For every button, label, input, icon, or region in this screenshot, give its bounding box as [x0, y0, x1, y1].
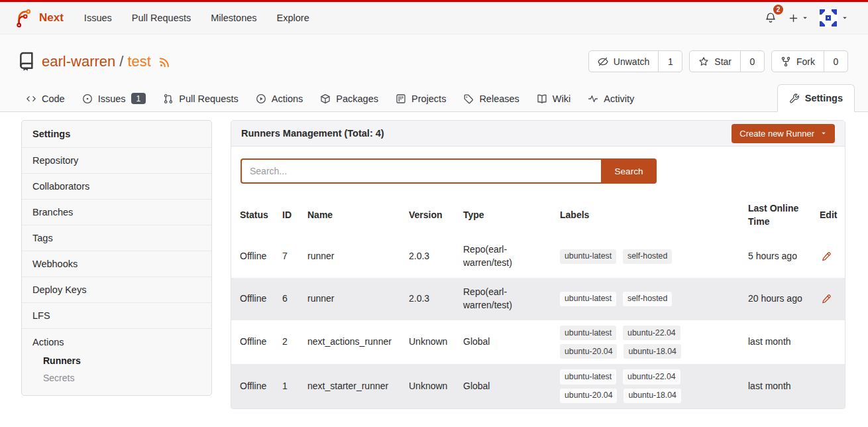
- tab-wiki[interactable]: Wiki: [528, 86, 579, 111]
- fork-button[interactable]: Fork: [772, 51, 824, 72]
- tab-code[interactable]: Code: [17, 86, 74, 111]
- nav-item-pull-requests[interactable]: Pull Requests: [122, 7, 201, 29]
- tab-actions[interactable]: Actions: [247, 86, 312, 111]
- runner-last-online: 20 hours ago: [739, 278, 811, 320]
- issues-icon: [82, 93, 93, 104]
- sidebar-item-runners[interactable]: Runners: [22, 352, 211, 369]
- runner-labels: ubuntu-latestself-hosted: [551, 278, 739, 320]
- tab-label: Pull Requests: [179, 93, 238, 104]
- fork-label: Fork: [796, 56, 815, 67]
- column-header-id: ID: [274, 196, 299, 235]
- runner-status: Offline: [231, 235, 274, 278]
- label-chip: self-hosted: [623, 249, 672, 264]
- tab-label: Wiki: [553, 93, 570, 104]
- star-icon: [698, 56, 709, 67]
- create-new-runner-label: Create new Runner: [739, 129, 814, 139]
- tab-pull-requests[interactable]: Pull Requests: [154, 86, 246, 111]
- column-header-type: Type: [455, 196, 551, 235]
- tab-releases[interactable]: Releases: [455, 86, 527, 111]
- search-group: Search: [241, 158, 657, 184]
- sidebar-item-branches[interactable]: Branches: [22, 200, 211, 225]
- tab-packages[interactable]: Packages: [311, 86, 387, 111]
- runner-version: Unknown: [400, 320, 455, 364]
- tab-label: Code: [42, 93, 65, 104]
- sidebar-section-actions: Actions RunnersSecrets: [22, 329, 211, 395]
- table-row: Offline 7 runner 2.0.3 Repo(earl-warren/…: [231, 235, 845, 278]
- edit-runner-button[interactable]: [820, 250, 833, 263]
- unwatch-count[interactable]: 1: [658, 51, 682, 72]
- runner-status: Offline: [231, 278, 274, 320]
- sidebar-item-secrets[interactable]: Secrets: [22, 369, 211, 387]
- column-header-edit: Edit: [811, 196, 845, 235]
- label-chip: self-hosted: [623, 292, 672, 306]
- runner-edit-cell: [811, 320, 845, 364]
- tab-issues[interactable]: Issues 1: [74, 86, 155, 111]
- runner-name: next_starter_runner: [299, 364, 400, 408]
- label-chip: ubuntu-latest: [560, 249, 616, 264]
- sidebar-item-tags[interactable]: Tags: [22, 225, 211, 251]
- repo-title-row: earl-warren / test Unwatch 1 Star 0 Fork…: [0, 34, 868, 83]
- label-chip: ubuntu-latest: [560, 292, 616, 306]
- sidebar-item-webhooks[interactable]: Webhooks: [22, 251, 211, 277]
- runner-version: 2.0.3: [400, 235, 455, 278]
- create-new-dropdown[interactable]: [787, 11, 810, 26]
- sidebar-item-lfs[interactable]: LFS: [22, 303, 211, 329]
- rss-feed-icon[interactable]: [158, 55, 172, 68]
- repo-name-link[interactable]: test: [127, 53, 150, 70]
- runner-edit-cell: [811, 364, 845, 408]
- package-icon: [320, 93, 331, 104]
- notifications-button[interactable]: 2: [763, 9, 778, 27]
- search-button[interactable]: Search: [601, 158, 657, 184]
- nav-item-explore[interactable]: Explore: [267, 7, 319, 29]
- user-menu-dropdown[interactable]: [819, 9, 848, 27]
- panel-title: Runners Management (Total: 4): [241, 128, 384, 139]
- runner-name: next_actions_runner: [299, 320, 400, 364]
- nav-item-issues[interactable]: Issues: [74, 7, 122, 29]
- tab-projects[interactable]: Projects: [387, 86, 455, 111]
- create-new-runner-button[interactable]: Create new Runner: [732, 124, 835, 143]
- unwatch-button[interactable]: Unwatch: [589, 51, 658, 72]
- column-header-last-online-time: Last Online Time: [739, 196, 811, 235]
- fork-button-group: Fork 0: [771, 50, 848, 72]
- runners-panel: Runners Management (Total: 4) Create new…: [231, 120, 845, 409]
- star-button[interactable]: Star: [690, 51, 740, 72]
- label-chip: ubuntu-18.04: [624, 344, 680, 359]
- sidebar-header: Settings: [22, 121, 211, 148]
- fork-count[interactable]: 0: [824, 51, 847, 72]
- nav-item-milestones[interactable]: Milestones: [201, 7, 266, 29]
- sidebar-item-deploy-keys[interactable]: Deploy Keys: [22, 277, 211, 303]
- notification-count-badge: 2: [773, 5, 783, 15]
- pull-request-icon: [163, 93, 174, 104]
- star-count[interactable]: 0: [740, 51, 764, 72]
- chevron-down-icon: [841, 15, 848, 21]
- runner-id: 1: [274, 364, 299, 408]
- chevron-down-icon: [802, 15, 808, 21]
- runner-type: Repo(earl-warren/test): [455, 235, 551, 278]
- sidebar-item-collaborators[interactable]: Collaborators: [22, 174, 211, 200]
- home-brand-link[interactable]: Next: [13, 7, 64, 29]
- label-chip: ubuntu-latest: [560, 369, 616, 384]
- repo-owner-link[interactable]: earl-warren: [42, 53, 115, 70]
- search-input[interactable]: [241, 158, 601, 184]
- actions-play-icon: [256, 93, 266, 104]
- column-header-name: Name: [299, 196, 400, 235]
- repo-path-separator: /: [119, 53, 123, 70]
- tab-label: Activity: [604, 93, 634, 104]
- tab-settings[interactable]: Settings: [777, 84, 855, 112]
- tab-label: Packages: [336, 93, 378, 104]
- tab-activity[interactable]: Activity: [579, 86, 643, 111]
- settings-sidebar: Settings RepositoryCollaboratorsBranches…: [21, 120, 212, 396]
- page-content: Settings RepositoryCollaboratorsBranches…: [0, 112, 868, 409]
- sidebar-item-repository[interactable]: Repository: [22, 148, 211, 174]
- repo-tabs: Code Issues 1 Pull Requests Actions Pack…: [17, 86, 643, 111]
- pencil-icon: [821, 294, 832, 304]
- table-header-row: StatusIDNameVersionTypeLabelsLast Online…: [231, 196, 845, 235]
- sidebar-item-actions[interactable]: Actions: [22, 336, 211, 352]
- label-chip: ubuntu-18.04: [624, 389, 680, 403]
- tab-label: Projects: [411, 93, 446, 104]
- edit-runner-button[interactable]: [820, 292, 833, 306]
- table-row: Offline 1 next_starter_runner Unknown Gl…: [231, 364, 845, 408]
- runner-edit-cell: [811, 278, 845, 320]
- repo-book-icon: [17, 52, 35, 72]
- unwatch-button-group: Unwatch 1: [588, 50, 682, 72]
